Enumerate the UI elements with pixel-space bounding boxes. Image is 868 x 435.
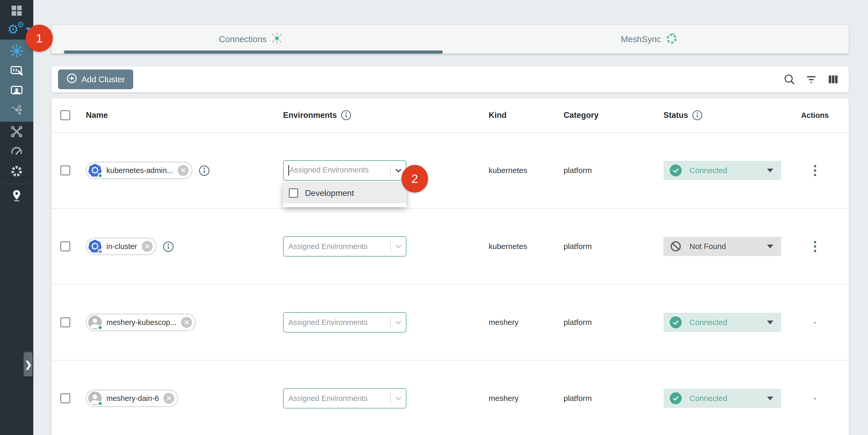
connection-chip[interactable]: in-cluster [86, 238, 156, 255]
table-row: meshery-dain-6 Assigned Environments mes… [52, 361, 849, 435]
connection-info-icon[interactable] [163, 241, 174, 252]
header-kind[interactable]: Kind [489, 111, 564, 120]
sidebar-item-environments-pin[interactable] [0, 186, 33, 206]
info-icon[interactable] [692, 110, 703, 121]
tab-connections-label: Connections [219, 34, 267, 44]
sidebar-item-dashboard[interactable] [0, 0, 33, 20]
connection-chip[interactable]: kubernetes-admin... [86, 162, 192, 179]
status-label: Connected [689, 394, 767, 403]
dashboard-icon [10, 4, 23, 17]
toolkit-icon [10, 125, 23, 138]
connections-mesh-icon [10, 44, 23, 58]
header-name[interactable]: Name [86, 111, 283, 120]
option-checkbox[interactable] [289, 188, 298, 198]
connection-info-icon[interactable] [198, 165, 210, 176]
mesh-icon [271, 32, 283, 46]
table-toolbar: Add Cluster [52, 66, 849, 92]
info-icon[interactable] [341, 110, 351, 121]
status-select-connected[interactable]: Connected [663, 161, 781, 180]
sidebar-item-adapters[interactable] [0, 61, 33, 81]
sidebar-divider [0, 184, 33, 184]
tabs-bar: Connections MeshSync [52, 25, 849, 54]
header-actions: Actions [781, 111, 849, 120]
annotation-badge-1: 1 [26, 25, 53, 52]
caret-down-icon [767, 168, 773, 173]
chevron-right-icon: ❯ [25, 359, 32, 370]
header-environments[interactable]: Environments [283, 110, 489, 121]
connection-name: meshery-kubescop... [106, 318, 177, 327]
sidebar-item-toolkit[interactable] [0, 122, 33, 142]
add-cluster-button[interactable]: Add Cluster [58, 69, 133, 89]
category-value: platform [564, 242, 663, 251]
table-row: meshery-kubescop... Assigned Environment… [52, 285, 849, 361]
view-columns-icon[interactable] [827, 73, 839, 86]
table-header-row: Name Environments Kind Category Status A… [52, 98, 849, 133]
performance-gauge-icon [10, 145, 23, 158]
status-select-connected[interactable]: Connected [663, 389, 781, 408]
settings-gears-icon: ⚙ ⚙ [7, 22, 27, 37]
connection-name: meshery-dain-6 [106, 394, 159, 403]
remove-connection-icon[interactable] [142, 241, 153, 252]
table-row: kubernetes-admin... Assigned Environment… [52, 133, 849, 209]
search-icon[interactable] [783, 73, 796, 86]
row-checkbox[interactable] [60, 242, 70, 251]
chevron-down-icon[interactable] [391, 242, 406, 251]
sidebar-item-meshery-catalog[interactable] [0, 161, 33, 181]
status-dot-connected [98, 325, 103, 330]
tab-meshsync[interactable]: MeshSync [450, 25, 849, 54]
row-checkbox[interactable] [60, 165, 70, 175]
environments-select[interactable]: Assigned Environments [283, 236, 406, 256]
category-value: platform [564, 318, 663, 327]
select-all-checkbox[interactable] [60, 110, 70, 120]
remove-connection-icon[interactable] [178, 165, 189, 176]
status-dot-connected [98, 173, 103, 178]
environments-select[interactable]: Assigned Environments [283, 388, 406, 408]
environments-dropdown-menu: Development [283, 183, 406, 207]
prohibited-icon [670, 240, 682, 252]
tab-connections[interactable]: Connections [52, 25, 450, 54]
environments-select[interactable]: Assigned Environments [283, 312, 406, 333]
expand-sidebar-button[interactable]: ❯ [23, 352, 33, 377]
header-status[interactable]: Status [663, 110, 781, 121]
sidebar-active-group [0, 39, 33, 122]
sidebar-item-performance[interactable] [0, 142, 33, 161]
remove-connection-icon[interactable] [181, 317, 192, 328]
sidebar-item-topology[interactable] [0, 100, 33, 120]
header-category[interactable]: Category [564, 111, 663, 120]
connections-table: Name Environments Kind Category Status A… [52, 98, 849, 435]
environments-select-open[interactable]: Assigned Environments [283, 160, 406, 181]
filter-icon[interactable] [805, 73, 817, 86]
status-dot-connected [98, 401, 103, 406]
remote-session-icon [10, 84, 23, 97]
adapters-icon [10, 64, 23, 77]
category-value: platform [564, 166, 663, 175]
environment-option-development[interactable]: Development [283, 183, 406, 204]
plus-circle-icon [66, 73, 77, 86]
kind-value: kubernetes [489, 242, 564, 251]
connection-chip[interactable]: meshery-dain-6 [86, 390, 178, 407]
sidebar-item-remote-session[interactable] [0, 81, 33, 100]
row-checkbox[interactable] [60, 393, 70, 403]
check-circle-icon [670, 316, 682, 328]
chevron-down-icon[interactable] [391, 318, 406, 327]
row-actions-menu-icon[interactable] [812, 239, 818, 254]
chevron-down-icon[interactable] [391, 394, 406, 403]
status-label: Connected [689, 166, 767, 175]
connection-chip[interactable]: meshery-kubescop... [86, 314, 196, 331]
caret-down-icon [767, 245, 773, 248]
status-label: Not Found [689, 242, 767, 251]
category-value: platform [564, 394, 663, 403]
remove-connection-icon[interactable] [163, 393, 174, 404]
row-checkbox[interactable] [60, 317, 70, 327]
row-actions-menu-icon[interactable] [812, 163, 818, 178]
status-select-connected[interactable]: Connected [663, 313, 781, 332]
meshery-logo-icon [10, 165, 23, 178]
text-cursor [288, 165, 289, 176]
no-actions-placeholder: - [814, 318, 816, 327]
connection-name: kubernetes-admin... [106, 166, 173, 175]
kind-value: meshery [489, 318, 564, 327]
check-circle-icon [670, 164, 682, 177]
active-tab-indicator [64, 51, 443, 54]
no-actions-placeholder: - [814, 394, 816, 403]
status-select-notfound[interactable]: Not Found [663, 237, 781, 256]
